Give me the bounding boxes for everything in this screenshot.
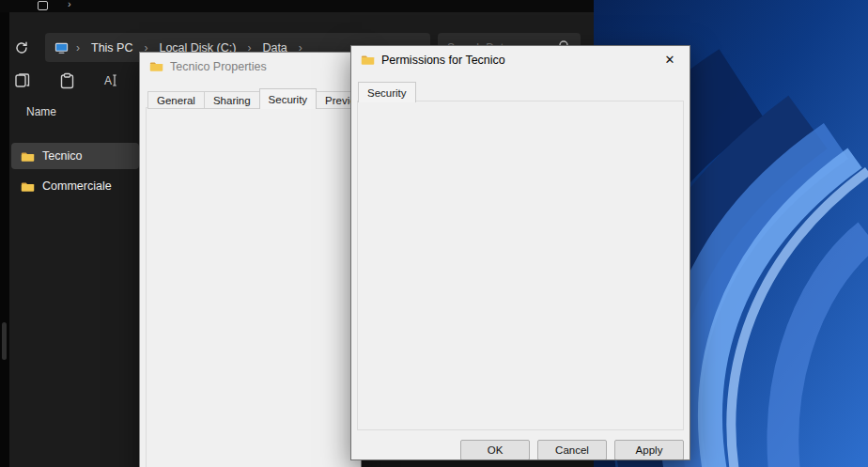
- cancel-button[interactable]: Cancel: [537, 440, 607, 460]
- properties-dialog: Tecnico Properties General Sharing Secur…: [139, 52, 362, 467]
- scrollbar[interactable]: [2, 322, 7, 360]
- file-name-label: Tecnico: [42, 149, 82, 163]
- ok-button[interactable]: OK: [460, 440, 530, 460]
- permissions-dialog: Permissions for Tecnico ✕ Security Objec…: [350, 45, 690, 460]
- file-row-tecnico[interactable]: Tecnico: [11, 143, 139, 169]
- copy-icon[interactable]: [10, 70, 33, 92]
- file-name-label: Commerciale: [42, 179, 112, 193]
- properties-dialog-titlebar[interactable]: Tecnico Properties: [140, 53, 361, 81]
- folder-icon: [361, 54, 375, 68]
- refresh-button[interactable]: [9, 36, 34, 60]
- permissions-dialog-titlebar[interactable]: Permissions for Tecnico: [351, 46, 690, 74]
- apply-button[interactable]: Apply: [614, 440, 684, 460]
- window-tab-icon[interactable]: [38, 1, 48, 10]
- dialog-title: Permissions for Tecnico: [381, 54, 505, 67]
- explorer-tab-strip: ›: [0, 0, 594, 12]
- file-row-commerciale[interactable]: Commerciale: [11, 173, 139, 199]
- permissions-dialog-tabs: Security: [359, 82, 416, 102]
- properties-dialog-tabs: General Sharing Security Previous Vers: [147, 88, 362, 109]
- tab-security[interactable]: Security: [259, 88, 318, 109]
- this-pc-icon: [54, 40, 69, 54]
- folder-icon: [21, 149, 35, 163]
- screen: › › This PC › Local Disk (C:) › Data ›: [0, 0, 868, 467]
- svg-text:A: A: [104, 74, 112, 87]
- tab-security[interactable]: Security: [358, 82, 416, 102]
- column-header-name[interactable]: Name: [26, 105, 56, 118]
- close-icon[interactable]: ✕: [650, 46, 690, 72]
- rename-icon[interactable]: A: [100, 70, 122, 92]
- chevron-right-icon: ›: [68, 0, 71, 9]
- folder-icon: [21, 179, 35, 194]
- dialog-title: Tecnico Properties: [170, 60, 267, 73]
- tab-sharing[interactable]: Sharing: [205, 91, 260, 109]
- tab-general[interactable]: General: [147, 91, 205, 109]
- tab-page: [146, 107, 362, 467]
- window-edge: [0, 12, 9, 467]
- folder-icon: [149, 60, 163, 74]
- tab-page: [357, 101, 684, 430]
- paste-icon[interactable]: [55, 70, 78, 92]
- breadcrumb-separator: ›: [74, 41, 82, 54]
- breadcrumb-item-this-pc[interactable]: This PC: [87, 39, 136, 56]
